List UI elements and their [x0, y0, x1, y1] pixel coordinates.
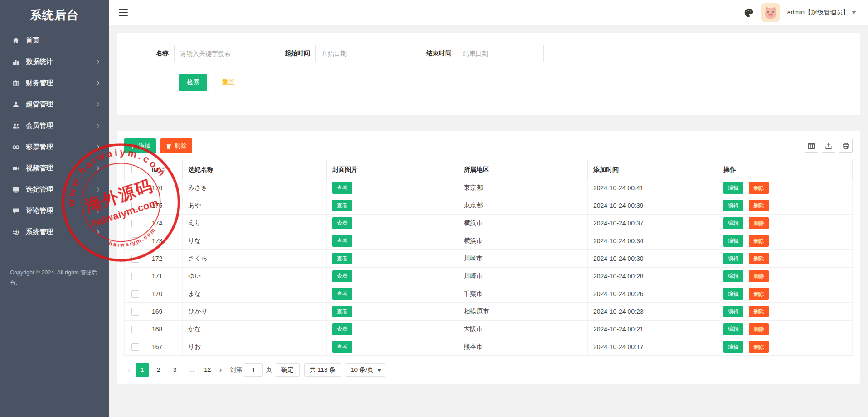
chart-icon	[12, 58, 20, 66]
sidebar-item-8[interactable]: 选妃管理	[0, 179, 109, 200]
reset-button[interactable]: 重置	[215, 74, 242, 91]
row-checkbox[interactable]	[131, 308, 139, 316]
edit-button[interactable]: 编辑	[723, 200, 743, 211]
row-checkbox[interactable]	[131, 255, 139, 263]
sidebar-item-2[interactable]: 数据统计	[0, 51, 109, 72]
delete-button[interactable]: 删除	[749, 306, 769, 317]
sidebar-item-7[interactable]: 视频管理	[0, 158, 109, 179]
filter-columns-icon[interactable]	[805, 139, 818, 153]
view-cover-button[interactable]: 查看	[332, 341, 352, 353]
page-size-select[interactable]: 10 条/页	[346, 363, 386, 377]
table-body: 176 みさき 查看 東京都 2024-10-24 00:41 编辑 删除 17…	[125, 179, 853, 356]
edit-button[interactable]: 编辑	[723, 341, 743, 353]
export-icon[interactable]	[822, 139, 835, 153]
end-date-input[interactable]	[457, 45, 544, 62]
delete-button[interactable]: 删除	[749, 270, 769, 282]
cell-region: 相模原市	[458, 303, 588, 321]
sidebar-item-6[interactable]: 彩票管理	[0, 136, 109, 158]
sidebar-item-10[interactable]: 系统管理	[0, 221, 109, 243]
sidebar-item-9[interactable]: 评论管理	[0, 200, 109, 221]
view-cover-button[interactable]: 查看	[332, 323, 352, 335]
goto-confirm-button[interactable]: 确定	[276, 363, 300, 377]
edit-button[interactable]: 编辑	[723, 235, 743, 247]
sidebar-item-5[interactable]: 会员管理	[0, 115, 109, 136]
delete-button[interactable]: 删除	[749, 341, 769, 353]
sidebar-item-3[interactable]: 财务管理	[0, 72, 109, 94]
prev-page-icon[interactable]: ‹	[124, 363, 134, 377]
plus-icon	[130, 143, 136, 149]
goto-page-input[interactable]	[244, 363, 263, 377]
goto-suffix: 页	[266, 366, 272, 374]
theme-icon[interactable]	[744, 8, 754, 18]
cell-name: ひかり	[183, 303, 327, 321]
view-cover-button[interactable]: 查看	[332, 306, 352, 317]
cell-name: かな	[183, 321, 327, 338]
batch-delete-button[interactable]: 删除	[160, 138, 192, 153]
next-page-icon[interactable]: ›	[216, 363, 226, 377]
row-checkbox[interactable]	[131, 326, 139, 333]
table-row: 170 まな 查看 千葉市 2024-10-24 00:26 编辑 删除	[125, 285, 853, 303]
start-date-input[interactable]	[315, 45, 402, 62]
user-menu[interactable]: admin【超级管理员】	[787, 9, 856, 17]
users-icon	[12, 122, 20, 129]
edit-button[interactable]: 编辑	[723, 182, 743, 194]
view-cover-button[interactable]: 查看	[332, 235, 352, 247]
sidebar-item-4[interactable]: 超管管理	[0, 94, 109, 115]
edit-button[interactable]: 编辑	[723, 288, 743, 300]
cell-region: 川崎市	[458, 268, 588, 285]
edit-button[interactable]: 编辑	[723, 253, 743, 264]
delete-button[interactable]: 删除	[749, 200, 769, 211]
row-checkbox[interactable]	[131, 273, 139, 280]
cell-time: 2024-10-24 00:26	[588, 285, 718, 303]
cell-name: りな	[183, 232, 327, 250]
keyword-input[interactable]	[174, 45, 261, 62]
delete-button[interactable]: 删除	[749, 217, 769, 229]
delete-button[interactable]: 删除	[749, 235, 769, 247]
cell-id: 169	[146, 303, 183, 321]
search-button[interactable]: 检索	[179, 74, 207, 91]
content-area: 名称 起始时间 结束时间 检索 重置	[109, 25, 868, 417]
cell-name: みさき	[183, 179, 327, 197]
page-number[interactable]: 2	[152, 363, 165, 377]
view-cover-button[interactable]: 查看	[332, 182, 352, 194]
sidebar-item-1[interactable]: 首页	[0, 30, 109, 51]
page-number[interactable]: 1	[136, 363, 149, 377]
goto-prefix: 到第	[230, 366, 242, 374]
delete-button[interactable]: 删除	[749, 182, 769, 194]
cell-region: 大阪市	[458, 321, 588, 338]
edit-button[interactable]: 编辑	[723, 306, 743, 317]
view-cover-button[interactable]: 查看	[332, 200, 352, 211]
row-checkbox[interactable]	[131, 237, 139, 245]
cell-id: 167	[146, 338, 183, 356]
add-button[interactable]: 添加	[124, 138, 156, 153]
view-cover-button[interactable]: 查看	[332, 253, 352, 264]
edit-button[interactable]: 编辑	[723, 217, 743, 229]
row-checkbox[interactable]	[131, 220, 139, 227]
edit-button[interactable]: 编辑	[723, 270, 743, 282]
row-checkbox[interactable]	[131, 290, 139, 298]
row-checkbox[interactable]	[131, 343, 139, 351]
cell-region: 熊本市	[458, 338, 588, 356]
select-all-checkbox[interactable]	[131, 166, 139, 173]
row-checkbox[interactable]	[131, 184, 139, 192]
table-row: 174 えり 查看 横浜市 2024-10-24 00:37 编辑 删除	[125, 215, 853, 232]
cell-time: 2024-10-24 00:34	[588, 232, 718, 250]
row-checkbox[interactable]	[131, 202, 139, 210]
page-number[interactable]: 3	[168, 363, 182, 377]
view-cover-button[interactable]: 查看	[332, 270, 352, 282]
delete-button[interactable]: 删除	[749, 253, 769, 264]
sort-icon[interactable]	[161, 167, 165, 173]
view-cover-button[interactable]: 查看	[332, 217, 352, 229]
view-cover-button[interactable]: 查看	[332, 288, 352, 300]
edit-button[interactable]: 编辑	[723, 323, 743, 335]
pagination: ‹ 123…12 › 到第 页 确定 共 113 条 10 条/页	[124, 363, 853, 377]
menu-toggle-icon[interactable]	[119, 9, 128, 16]
table-row: 172 さくら 查看 川崎市 2024-10-24 00:30 编辑 删除	[125, 250, 853, 268]
delete-button[interactable]: 删除	[749, 288, 769, 300]
print-icon[interactable]	[839, 139, 853, 153]
page-number[interactable]: 12	[201, 363, 214, 377]
table-header-row: ID 选妃名称 封面图片 所属地区 添加时间 操作	[125, 160, 853, 179]
delete-button[interactable]: 删除	[749, 323, 769, 335]
avatar-pig[interactable]	[761, 3, 780, 22]
cell-id: 168	[146, 321, 183, 338]
